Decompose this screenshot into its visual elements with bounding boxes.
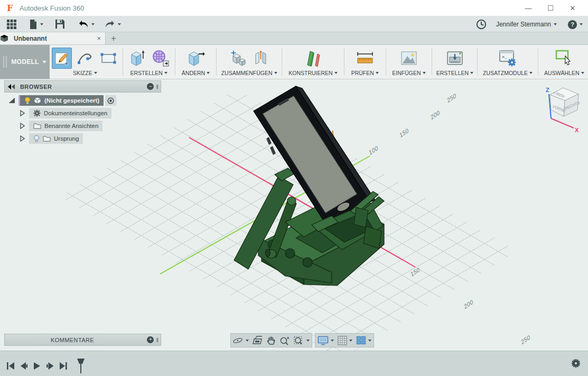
folder-icon [43, 135, 51, 142]
konstruieren-group-label[interactable]: KONSTRUIEREN [288, 70, 337, 76]
viewport-3d[interactable]: 100 150 200 250 150 200 250 Z X OBEN VOR… [0, 79, 588, 376]
visibility-bulb-icon[interactable] [33, 135, 40, 143]
make-3dprint-button[interactable] [445, 48, 465, 69]
settings-gear-icon [33, 109, 41, 117]
ribbon-group-aendern: ÄNDERN [178, 45, 214, 79]
grid-snap-settings[interactable] [338, 336, 352, 345]
redo-caret[interactable] [118, 23, 121, 25]
create-sketch-button[interactable] [52, 48, 72, 69]
rectangle-button[interactable] [98, 48, 118, 69]
timeline-step-forward-button[interactable] [46, 362, 54, 370]
document-cube-icon [0, 34, 8, 42]
comments-grip[interactable]: ‖ [156, 337, 158, 343]
scripts-addins-button[interactable]: >_ [498, 48, 518, 69]
phone-stand-model[interactable] [234, 86, 384, 286]
help-icon: ? [567, 20, 577, 30]
comments-header[interactable]: KOMMENTARE + ‖ [4, 334, 161, 346]
item-label: Benannte Ansichten [44, 123, 98, 129]
component-cube-icon [34, 97, 41, 104]
create-form-button[interactable] [151, 48, 171, 69]
browser-item-ursprung[interactable]: Ursprung [20, 133, 161, 144]
visibility-bulb-icon[interactable] [24, 97, 31, 105]
workspace-caret [42, 61, 46, 63]
press-pull-button[interactable] [186, 48, 206, 69]
save-icon[interactable] [55, 17, 65, 31]
minimize-button[interactable]: — [517, 0, 539, 16]
timeline-step-back-button[interactable] [20, 362, 28, 370]
pruefen-group-label[interactable]: PRÜFEN [351, 70, 379, 76]
pan-tool[interactable] [267, 336, 276, 345]
undo-icon[interactable] [78, 17, 89, 31]
viewports-settings[interactable] [356, 336, 371, 345]
expander-closed-icon[interactable] [20, 110, 25, 116]
file-menu-caret[interactable] [40, 23, 43, 25]
new-tab-button[interactable]: + [106, 32, 122, 44]
item-label: Ursprung [54, 135, 79, 142]
zoom-tool[interactable]: ± [279, 336, 290, 345]
timeline-go-to-start-button[interactable] [6, 362, 15, 370]
look-at-tool[interactable] [253, 336, 263, 345]
browser-header[interactable]: BROWSER – ‖ [4, 80, 161, 93]
timeline-settings-gear-icon[interactable] [571, 359, 581, 368]
workspace-selector[interactable]: MODELL [0, 45, 50, 79]
user-name: Jennifer Stemmann [496, 21, 551, 28]
close-button[interactable]: ✕ [562, 0, 584, 16]
browser-grip[interactable]: ‖ [156, 84, 158, 90]
zusammenfuegen-group-label[interactable]: ZUSAMMENFÜGEN [221, 70, 277, 76]
display-settings[interactable] [318, 336, 334, 345]
timeline-play-button[interactable] [33, 362, 41, 370]
expander-open-icon[interactable] [8, 97, 15, 104]
expander-closed-icon[interactable] [20, 123, 25, 129]
ribbon-group-erstellen-2: ERSTELLEN [434, 45, 475, 79]
new-component-button[interactable] [228, 48, 248, 69]
root-document-item[interactable]: (Nicht gespeichert) [20, 95, 104, 106]
maximize-button[interactable]: ☐ [539, 0, 562, 16]
joint-button[interactable] [251, 48, 271, 69]
svg-text:±: ± [287, 336, 290, 340]
extrude-button[interactable] [127, 48, 147, 69]
app-title: Autodesk Fusion 360 [20, 4, 84, 12]
folder-icon [33, 123, 41, 129]
undo-caret[interactable] [91, 23, 95, 25]
timeline-position-marker[interactable] [76, 358, 86, 374]
job-status-clock-icon[interactable] [476, 19, 487, 30]
skizze-group-label[interactable]: SKIZZE [73, 70, 97, 76]
browser-collapse-icon[interactable]: – [147, 83, 154, 90]
zusatzmodule-group-label[interactable]: ZUSATZMODULE [483, 70, 533, 76]
document-tab[interactable]: Unbenannt × [0, 32, 106, 44]
help-menu[interactable]: ? [567, 20, 583, 30]
toolbar-grip [3, 56, 7, 68]
svg-text:?: ? [571, 21, 574, 27]
tab-close-icon[interactable]: × [97, 34, 101, 42]
measure-button[interactable] [355, 48, 375, 69]
redo-icon[interactable] [104, 17, 116, 31]
fit-tool[interactable] [294, 336, 310, 345]
erstellen2-group-label[interactable]: ERSTELLEN [436, 70, 473, 76]
viewcube-x-axis-label: X [575, 127, 579, 133]
collapse-panel-icon[interactable] [8, 84, 15, 89]
app-grid-icon[interactable] [6, 17, 17, 31]
orbit-tool[interactable] [233, 336, 249, 345]
activate-radio-button[interactable] [105, 95, 116, 106]
file-menu-icon[interactable] [29, 17, 38, 31]
spline-button[interactable] [75, 48, 95, 69]
erstellen-group-label[interactable]: ERSTELLEN [130, 70, 167, 76]
insert-image-button[interactable] [399, 48, 419, 69]
user-account-menu[interactable]: Jennifer Stemmann [496, 21, 557, 28]
auswaehlen-group-label[interactable]: AUSWÄHLEN [544, 70, 584, 76]
browser-item-dokumenteinstellungen[interactable]: Dokumenteinstellungen [20, 108, 161, 118]
comments-title: KOMMENTARE [51, 337, 94, 343]
expander-closed-icon[interactable] [20, 135, 25, 142]
timeline-go-to-end-button[interactable] [59, 362, 68, 370]
fusion360-window: F Autodesk Fusion 360 — ☐ ✕ [0, 0, 588, 376]
browser-item-benannte-ansichten[interactable]: Benannte Ansichten [20, 121, 161, 131]
root-document-label: (Nicht gespeichert) [44, 97, 99, 104]
aendern-group-label[interactable]: ÄNDERN [182, 70, 210, 76]
title-bar: F Autodesk Fusion 360 — ☐ ✕ [0, 0, 588, 16]
select-button[interactable] [554, 48, 574, 69]
construction-plane-button[interactable] [303, 48, 323, 69]
view-cube[interactable]: Z X OBEN VORNE RECHTS [530, 84, 583, 134]
comments-expand-icon[interactable]: + [147, 336, 154, 343]
einfuegen-group-label[interactable]: EINFÜGEN [392, 70, 425, 76]
browser-root-row[interactable]: (Nicht gespeichert) [4, 95, 161, 106]
